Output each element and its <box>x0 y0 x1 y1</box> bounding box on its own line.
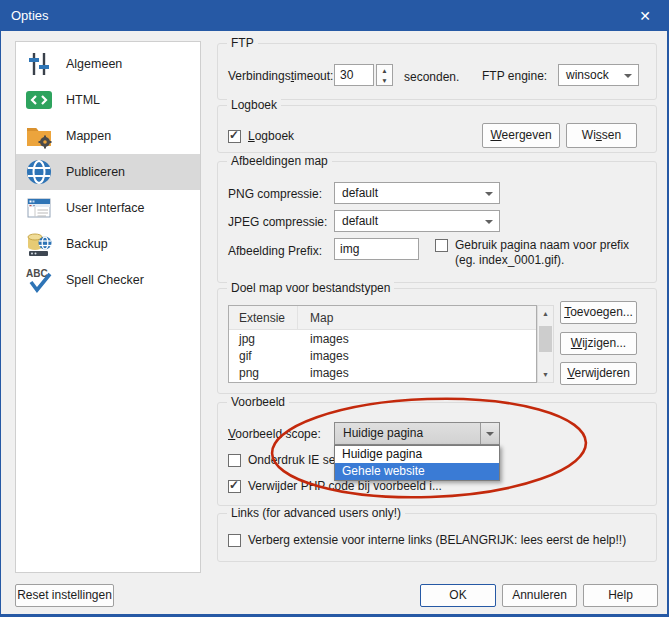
wissen-button[interactable]: Wissen <box>566 123 637 148</box>
links-group: Links (for advanced users only!) Verberg… <box>217 513 657 562</box>
wijzigen-button[interactable]: Wijzigen... <box>560 332 637 355</box>
backup-icon <box>25 230 53 258</box>
php-checkbox-label: Verwijder PHP code bij voorbeeld i... <box>248 479 442 493</box>
scroll-down-icon[interactable]: ▼ <box>538 367 553 382</box>
jpeg-compressie-label: JPEG compressie: <box>228 215 327 229</box>
timeout-spinner[interactable]: ▲ ▼ <box>376 64 393 86</box>
ftp-engine-label: FTP engine: <box>482 69 547 83</box>
voorbeeld-scope-combo[interactable]: Huidige pagina <box>334 422 500 445</box>
sidebar-item-backup[interactable]: Backup <box>16 226 200 262</box>
svg-text:ABC: ABC <box>26 268 48 279</box>
code-icon <box>25 86 53 114</box>
table-row[interactable]: png images <box>229 364 536 381</box>
dropdown-option-highlighted[interactable]: Gehele website <box>335 463 499 480</box>
scroll-up-icon[interactable]: ▲ <box>538 306 553 321</box>
afbeeldingen-group: Afbeeldingen map PNG compressie: default… <box>217 161 657 283</box>
sidebar-item-label: Backup <box>66 237 108 251</box>
sidebar-item-label: Mappen <box>66 129 111 143</box>
sidebar-item-publiceren[interactable]: Publiceren <box>16 154 200 190</box>
dropdown-arrow-icon <box>486 432 494 436</box>
dropdown-option[interactable]: Huidige pagina <box>335 446 499 463</box>
ftp-group: FTP Verbindingstimeout: ▲ ▼ seconden. FT… <box>217 43 657 100</box>
scope-dropdown-list: Huidige pagina Gehele website <box>334 445 500 481</box>
checkbox-unchecked-icon[interactable] <box>228 454 241 467</box>
verberg-extensie-checkbox[interactable]: Verberg extensie voor interne links (BEL… <box>228 533 626 547</box>
jpeg-compressie-combo[interactable]: default <box>334 210 500 232</box>
help-button[interactable]: Help <box>583 584 658 607</box>
dropdown-arrow-icon <box>485 220 493 224</box>
dialog-title: Opties <box>11 1 49 31</box>
timeout-label: Verbindingstimeout: <box>228 69 333 83</box>
afbeeldingen-group-label: Afbeeldingen map <box>227 154 332 168</box>
table-row[interactable]: gif images <box>229 347 536 364</box>
table-scrollbar[interactable]: ▲ ▼ <box>537 305 554 383</box>
category-list: Algemeen HTML Mappen Publiceren User Int… <box>15 41 201 573</box>
checkbox-checked-icon[interactable]: ✓ <box>228 480 241 493</box>
logboek-checkbox-label: Logboek <box>248 129 294 143</box>
column-extensie[interactable]: Extensie <box>229 306 298 329</box>
table-header: Extensie Map <box>229 306 536 330</box>
close-icon[interactable]: ✕ <box>623 1 667 31</box>
timeout-input[interactable] <box>334 64 374 86</box>
ok-button[interactable]: OK <box>420 584 496 607</box>
verberg-extensie-checkbox-label: Verberg extensie voor interne links (BEL… <box>248 533 626 547</box>
window-icon <box>25 194 53 222</box>
sidebar-item-algemeen[interactable]: Algemeen <box>16 46 200 82</box>
sidebar-item-html[interactable]: HTML <box>16 82 200 118</box>
globe-icon <box>25 158 53 186</box>
scrollbar-thumb[interactable] <box>539 326 552 352</box>
seconds-label: seconden. <box>404 70 459 84</box>
column-map[interactable]: Map <box>298 306 333 329</box>
combo-arrow-button[interactable] <box>480 423 499 444</box>
options-dialog: Opties ✕ Algemeen HTML Mappen Publi <box>0 0 669 617</box>
verwijderen-button[interactable]: Verwijderen <box>560 362 637 385</box>
weergeven-button[interactable]: Weergeven <box>482 123 560 148</box>
voorbeeld-scope-label: Voorbeeld scope: <box>228 427 321 441</box>
voorbeeld-group: Voorbeeld Voorbeeld scope: Huidige pagin… <box>217 402 657 506</box>
doelmap-group: Doel map voor bestandstypen Extensie Map… <box>217 288 657 394</box>
sidebar-item-label: Spell Checker <box>66 273 144 287</box>
folder-gear-icon <box>25 122 53 150</box>
reset-button[interactable]: Reset instellingen <box>15 584 114 607</box>
checkbox-checked-icon[interactable]: ✓ <box>228 130 241 143</box>
sidebar-item-label: HTML <box>66 93 100 107</box>
ftp-engine-combo[interactable]: winsock <box>558 64 639 86</box>
dropdown-arrow-icon <box>485 192 493 196</box>
logboek-group: Logboek ✓ Logboek Weergeven Wissen <box>217 105 657 153</box>
checkbox-unchecked-icon[interactable] <box>228 534 241 547</box>
annuleren-button[interactable]: Annuleren <box>502 584 577 607</box>
sidebar-item-spell-checker[interactable]: ABC Spell Checker <box>16 262 200 298</box>
logboek-checkbox[interactable]: ✓ Logboek <box>228 129 294 143</box>
dropdown-arrow-icon <box>624 74 632 78</box>
sliders-icon <box>25 50 53 78</box>
png-compressie-combo[interactable]: default <box>334 182 500 204</box>
sidebar-item-user-interface[interactable]: User Interface <box>16 190 200 226</box>
voorbeeld-group-label: Voorbeeld <box>227 395 289 409</box>
spinner-down-icon[interactable]: ▼ <box>377 75 392 85</box>
prefix-checkbox-label: Gebruik pagina naam voor prefix (eg. ind… <box>455 238 647 268</box>
png-compressie-label: PNG compressie: <box>228 187 322 201</box>
links-group-label: Links (for advanced users only!) <box>227 506 405 520</box>
extensions-table: Extensie Map jpg images gif images png i… <box>228 305 537 383</box>
logboek-group-label: Logboek <box>227 98 281 112</box>
sidebar-item-mappen[interactable]: Mappen <box>16 118 200 154</box>
sidebar-item-label: Algemeen <box>66 57 122 71</box>
spellcheck-icon: ABC <box>25 266 53 294</box>
prefix-checkbox[interactable]: Gebruik pagina naam voor prefix (eg. ind… <box>435 238 647 268</box>
afbeelding-prefix-input[interactable] <box>334 238 419 260</box>
spinner-up-icon[interactable]: ▲ <box>377 65 392 75</box>
sidebar-item-label: Publiceren <box>66 165 125 179</box>
table-row[interactable]: jpg images <box>229 330 536 347</box>
afbeelding-prefix-label: Afbeelding Prefix: <box>228 244 322 258</box>
ftp-group-label: FTP <box>227 36 258 50</box>
titlebar: Opties ✕ <box>1 1 667 31</box>
php-checkbox[interactable]: ✓ Verwijder PHP code bij voorbeeld i... <box>228 479 442 493</box>
doelmap-group-label: Doel map voor bestandstypen <box>227 281 394 295</box>
sidebar-item-label: User Interface <box>66 201 145 215</box>
toevoegen-button[interactable]: Toevoegen... <box>560 301 637 324</box>
checkbox-unchecked-icon[interactable] <box>435 239 448 252</box>
